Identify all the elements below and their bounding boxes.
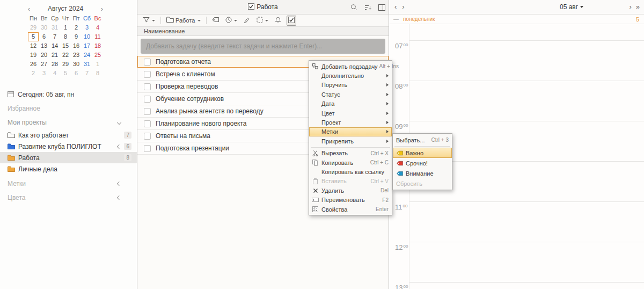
menu-item[interactable]: Метки <box>309 127 392 136</box>
tag-filter-button[interactable] <box>211 16 220 25</box>
show-completed-toggle[interactable] <box>287 16 296 26</box>
calendar-day[interactable]: 30 <box>39 23 49 32</box>
calendar-day[interactable]: 28 <box>49 60 60 69</box>
calendar-day[interactable]: 18 <box>92 41 103 50</box>
calendar-day[interactable]: 24 <box>82 50 92 60</box>
calendar-day[interactable]: 22 <box>60 50 71 60</box>
hour-row[interactable]: 1100 <box>389 201 644 242</box>
menu-item[interactable]: Статус <box>309 90 392 99</box>
task-checkbox[interactable] <box>144 83 151 90</box>
task-checkbox[interactable] <box>144 145 151 152</box>
task-checkbox[interactable] <box>144 71 151 78</box>
submenu-item[interactable]: Выбрать...Ctrl + 3 <box>393 135 452 145</box>
sidebar-item-project[interactable]: Развитие клуба ПОЛИГЛОТ6 <box>0 141 137 152</box>
calendar-day[interactable]: 16 <box>71 41 82 50</box>
sidebar-item-favorites[interactable]: Избранное <box>8 104 137 113</box>
time-filter-button[interactable] <box>224 16 238 26</box>
menu-item[interactable]: СвойстваEnter <box>309 205 392 214</box>
task-checkbox[interactable] <box>144 120 151 127</box>
menu-item[interactable]: Проект <box>309 118 392 127</box>
calendar-day[interactable]: 3 <box>82 23 92 32</box>
calendar-day[interactable]: 25 <box>92 50 103 60</box>
submenu-item[interactable]: Важно <box>393 148 452 158</box>
calendar-day[interactable]: 5 <box>28 32 39 41</box>
calendar-day[interactable]: 10 <box>82 32 92 41</box>
chevron-left-icon[interactable] <box>117 182 121 186</box>
next-day-button[interactable]: › <box>402 3 404 11</box>
submenu-item[interactable]: Срочно! <box>393 158 452 168</box>
calendar-day[interactable]: 11 <box>92 32 103 41</box>
task-checkbox[interactable] <box>144 59 151 66</box>
menu-item[interactable]: ВырезатьCtrl + X <box>309 149 392 158</box>
menu-item[interactable]: ВставитьCtrl + V <box>309 177 392 186</box>
sidebar-item-project[interactable]: Работа8 <box>0 152 137 163</box>
calendar-day[interactable]: 12 <box>28 41 39 50</box>
calendar-day[interactable]: 8 <box>60 32 71 41</box>
calendar-day[interactable]: 1 <box>60 23 71 32</box>
calendar-day[interactable]: 6 <box>71 69 82 78</box>
column-header-name[interactable]: Наименование <box>137 27 389 36</box>
calendar-day[interactable]: 27 <box>39 60 49 69</box>
calendar-day[interactable]: 19 <box>28 50 39 60</box>
hour-row[interactable]: 0800 <box>389 81 644 121</box>
hour-row[interactable]: 1200 <box>389 242 644 282</box>
menu-item[interactable]: Дополнительно <box>309 71 392 80</box>
allday-row[interactable]: — понедельник 5 <box>389 15 644 24</box>
calendar-day[interactable]: 2 <box>28 69 39 78</box>
calendar-day[interactable]: 6 <box>39 32 49 41</box>
hour-row[interactable]: 0700 <box>389 40 644 81</box>
calendar-day[interactable]: 21 <box>49 50 60 60</box>
menu-item[interactable]: Копировать как ссылку <box>309 167 392 176</box>
calendar-day[interactable]: 4 <box>49 69 60 78</box>
calendar-day[interactable]: 20 <box>39 50 49 60</box>
project-filter-dropdown[interactable]: Работа <box>165 16 202 25</box>
menu-item[interactable]: УдалитьDel <box>309 186 392 195</box>
date-selector[interactable]: 05 авг <box>560 3 583 11</box>
sidebar-item-project[interactable]: Как это работает7 <box>0 129 137 141</box>
calendar-day[interactable]: 2 <box>71 23 82 32</box>
highlight-button[interactable] <box>243 16 251 26</box>
calendar-day[interactable]: 8 <box>92 69 103 78</box>
menu-item[interactable]: ПереименоватьF2 <box>309 195 392 204</box>
submenu-item[interactable]: Сбросить <box>393 178 452 189</box>
prev-day-button[interactable]: ‹ <box>394 3 397 11</box>
calendar-day[interactable]: 31 <box>49 23 60 32</box>
menu-item[interactable]: Дата <box>309 99 392 109</box>
add-task-input[interactable]: Добавить задачу (введите текст задачи и … <box>141 39 385 54</box>
menu-item[interactable]: Прикрепить <box>309 136 392 146</box>
status-filter-button[interactable] <box>255 16 269 26</box>
view-options-icon[interactable] <box>375 4 389 11</box>
calendar-next-button[interactable]: › <box>99 5 105 13</box>
chevron-down-icon[interactable] <box>117 120 121 125</box>
task-checkbox[interactable] <box>144 96 151 103</box>
menu-item[interactable]: Добавить подзадачуAlt + Ins <box>309 62 392 71</box>
submenu-item[interactable]: Внимание <box>393 168 452 178</box>
calendar-day[interactable]: 4 <box>92 23 103 32</box>
calendar-prev-button[interactable]: ‹ <box>26 5 32 13</box>
calendar-day[interactable]: 31 <box>82 60 92 69</box>
calendar-day[interactable]: 30 <box>71 60 82 69</box>
chevron-left-icon[interactable] <box>117 196 121 200</box>
sidebar-item-colors[interactable]: Цвета <box>8 193 137 203</box>
search-icon[interactable] <box>347 4 361 11</box>
menu-item[interactable]: Поручить <box>309 81 392 90</box>
menu-item[interactable]: КопироватьCtrl + C <box>309 158 392 167</box>
calendar-day[interactable]: 7 <box>49 32 60 41</box>
calendar-day[interactable]: 13 <box>39 41 49 50</box>
filter-button[interactable] <box>142 16 156 26</box>
sort-icon[interactable] <box>361 4 375 11</box>
chevron-left-icon[interactable] <box>117 144 121 149</box>
menu-item[interactable]: Цвет <box>309 109 392 118</box>
calendar-day[interactable]: 15 <box>60 41 71 50</box>
calendar-day[interactable]: 9 <box>71 32 82 41</box>
calendar-day[interactable]: 3 <box>39 69 49 78</box>
calendar-day[interactable]: 1 <box>92 60 103 69</box>
calendar-day[interactable]: 23 <box>71 50 82 60</box>
today-shortcut[interactable]: Сегодня: 05 авг, пн <box>8 90 137 99</box>
calendar-day[interactable]: 17 <box>82 41 92 50</box>
sidebar-item-tags[interactable]: Метки <box>8 179 137 189</box>
calendar-day[interactable]: 26 <box>28 60 39 69</box>
collapse-panel-icon[interactable]: » <box>636 3 640 11</box>
calendar-day[interactable]: 29 <box>28 23 39 32</box>
task-checkbox[interactable] <box>144 133 151 140</box>
